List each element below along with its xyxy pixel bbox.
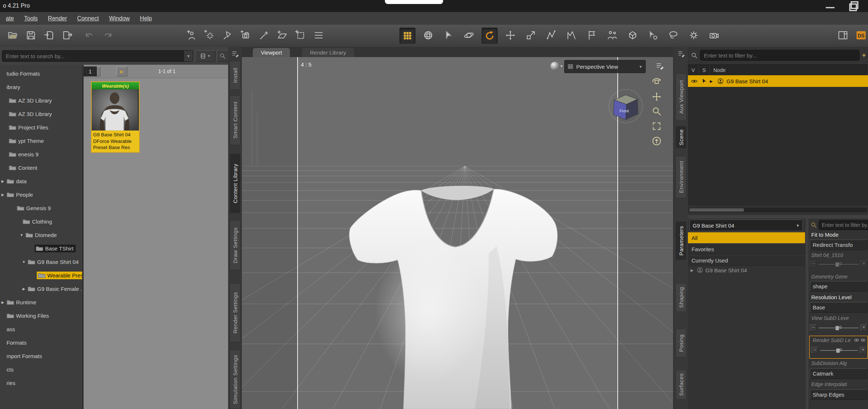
pane-options-icon[interactable]: [231, 50, 239, 58]
create-figure-icon[interactable]: [184, 28, 199, 43]
right-pane-tab[interactable]: Parameters: [676, 221, 686, 260]
tree-item[interactable]: Project Files: [0, 121, 82, 134]
tree-item[interactable]: Content: [0, 161, 82, 175]
pointer-node-icon[interactable]: [645, 28, 661, 43]
sphere-tool-icon[interactable]: [421, 28, 436, 43]
tree-item[interactable]: Formats: [0, 336, 82, 349]
right-pane-tab[interactable]: Shaping: [676, 283, 686, 312]
restore-button[interactable]: [847, 1, 861, 11]
morph-dial-slider[interactable]: − 0 +: [810, 260, 867, 268]
translate-tool-icon[interactable]: [503, 28, 518, 43]
tree-item[interactable]: cts: [0, 363, 82, 376]
view-subd-slider[interactable]: − 0 +: [810, 323, 867, 332]
minimize-button[interactable]: [823, 1, 837, 11]
tree-item[interactable]: tudio Formats: [0, 67, 82, 80]
geometry-tool-icon[interactable]: [625, 28, 640, 43]
tree-item[interactable]: ass: [0, 322, 82, 336]
tree-item[interactable]: mport Formats: [0, 349, 82, 363]
tree-item[interactable]: Clothing: [0, 215, 82, 228]
geometry-value[interactable]: shape: [810, 281, 867, 292]
page-number-box[interactable]: 1: [84, 67, 97, 76]
viewport-canvas[interactable]: 4 : 5 ▼ Perspective View ▼: [242, 57, 673, 409]
subd-algorithm-value[interactable]: Catmark: [810, 368, 867, 379]
left-pane-tab[interactable]: Render Settings: [230, 283, 240, 342]
select-cursor-icon[interactable]: [441, 28, 456, 43]
left-pane-tab[interactable]: Simulation Settings: [230, 350, 240, 409]
menu-item[interactable]: ate: [1, 14, 19, 23]
slider-knob[interactable]: [836, 348, 840, 353]
parameter-group-item[interactable]: Favorites: [688, 244, 805, 254]
tree-expand-arrow[interactable]: [0, 193, 5, 197]
next-page-button[interactable]: ▶: [116, 67, 127, 76]
right-pane-tab[interactable]: Posing: [676, 329, 686, 357]
search-go-button[interactable]: [217, 50, 228, 62]
render-subd-slider[interactable]: − 0 +: [811, 346, 867, 354]
library-search-input[interactable]: [2, 51, 184, 61]
right-pane-options-icon[interactable]: [677, 50, 685, 58]
left-pane-tab[interactable]: Content Library: [230, 154, 240, 213]
create-light-icon[interactable]: [202, 28, 217, 43]
tree-item[interactable]: Diomede: [0, 228, 82, 242]
right-pane-tab[interactable]: Aux Viewport: [676, 73, 686, 121]
left-pane-tab[interactable]: Smart Content: [230, 95, 240, 145]
ds-logo-icon[interactable]: DS: [853, 28, 868, 43]
create-wand-icon[interactable]: [256, 28, 272, 43]
camera-tool-icon[interactable]: [706, 28, 722, 43]
frame-view-button[interactable]: [649, 119, 664, 133]
pan-view-button[interactable]: [649, 90, 664, 104]
tree-item[interactable]: Genesis 9: [0, 201, 82, 215]
tab-render-library[interactable]: Render Library: [302, 48, 354, 57]
scale-tool-icon[interactable]: [523, 28, 538, 43]
tree-item[interactable]: Working Files: [0, 309, 82, 322]
import-icon[interactable]: [41, 28, 57, 43]
tree-item[interactable]: ries: [0, 376, 82, 390]
parameters-filter-input[interactable]: [819, 220, 868, 230]
create-camera-icon[interactable]: [238, 28, 254, 43]
tree-item[interactable]: ypt Theme: [0, 134, 82, 148]
tree-item[interactable]: People: [0, 188, 82, 201]
menu-item[interactable]: Render: [43, 14, 72, 23]
tree-item[interactable]: Base TShirt: [0, 242, 82, 255]
slider-increment[interactable]: +: [860, 324, 867, 331]
menu-item[interactable]: Connect: [72, 14, 104, 23]
create-spot-icon[interactable]: [220, 28, 235, 43]
slider-decrement[interactable]: −: [811, 347, 818, 354]
right-pane-tab[interactable]: Surfaces: [676, 370, 686, 400]
scene-list-icon[interactable]: [311, 28, 326, 43]
dock-pane-icon[interactable]: [835, 28, 851, 43]
column-visible[interactable]: V: [688, 65, 699, 75]
left-pane-tab[interactable]: Draw Settings: [230, 220, 240, 270]
figures-tool-icon[interactable]: [605, 28, 620, 43]
tree-expand-arrow[interactable]: [21, 287, 27, 291]
gear-tool-icon[interactable]: [686, 28, 701, 43]
tree-expand-arrow[interactable]: [0, 300, 5, 304]
tree-item[interactable]: Runtime: [0, 296, 82, 309]
menu-item[interactable]: Help: [135, 14, 157, 23]
tree-item[interactable]: data: [0, 175, 82, 188]
right-pane-tab[interactable]: Environment: [676, 156, 686, 198]
create-plane-icon[interactable]: [275, 28, 290, 43]
lasso-tool-icon[interactable]: [666, 28, 681, 43]
parameters-tree-item[interactable]: ▶ G9 Base Shirt 04: [688, 265, 805, 275]
orbit-view-button[interactable]: [649, 75, 664, 88]
tree-item[interactable]: G9 Base Shirt 04: [0, 255, 82, 269]
viewport-pane-menu-icon[interactable]: [655, 61, 664, 71]
menu-item[interactable]: Window: [104, 14, 135, 23]
mesh-tool-icon[interactable]: [564, 28, 579, 43]
slider-knob[interactable]: [835, 326, 839, 330]
tree-item[interactable]: Wearable Preset: [0, 269, 82, 282]
visibility-eye-icon[interactable]: [690, 78, 698, 85]
scene-node-row[interactable]: ▶ G9 Base Shirt 04: [688, 75, 868, 87]
asset-thumbnail[interactable]: Wearable(s): [91, 81, 140, 153]
grid-active-icon[interactable]: [399, 28, 415, 44]
fit-to-mode-value[interactable]: Redirect Transfo: [810, 240, 867, 250]
rotate-active-icon[interactable]: [482, 28, 498, 44]
search-dropdown-arrow[interactable]: ▼: [184, 51, 193, 61]
surface-tool-icon[interactable]: [584, 28, 600, 43]
undo-icon[interactable]: [82, 28, 97, 43]
scene-add-icon[interactable]: +: [862, 52, 866, 59]
orbit-tool-icon[interactable]: [461, 28, 477, 43]
camera-view-selector[interactable]: Perspective View ▼: [564, 60, 646, 73]
tree-item[interactable]: G9 Basic Female ...: [0, 282, 82, 296]
tree-expand-arrow[interactable]: [21, 260, 27, 264]
